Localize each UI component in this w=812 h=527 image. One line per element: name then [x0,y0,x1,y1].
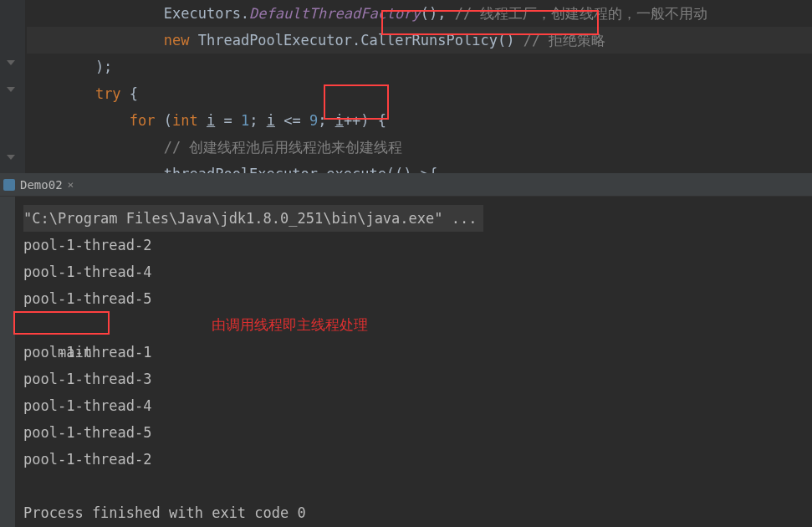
console-command-line: "C:\Program Files\Java\jdk1.8.0_251\bin\… [23,205,812,232]
tab-label[interactable]: Demo02 [20,178,63,192]
console-line: pool-1-thread-1 [23,339,812,366]
code-line: Executors.DefaultThreadFactory(), // 线程工… [27,0,812,27]
code-content[interactable]: Executors.DefaultThreadFactory(), // 线程工… [0,0,812,173]
console-left-margin [0,197,15,527]
console-tab-bar: Demo02 × [0,173,812,197]
code-line: for (int i = 1; i <= 9; i++) { [27,107,812,134]
code-line: threadPoolExecutor.execute(()->{ [27,161,812,173]
console-line: pool-1-thread-5 [23,419,812,446]
code-line: new ThreadPoolExecutor.CallerRunsPolicy(… [27,27,812,54]
fold-icon[interactable] [7,155,18,166]
close-icon[interactable]: × [68,178,74,191]
editor-gutter [0,0,25,173]
console-line: pool-1-thread-4 [23,258,812,285]
code-line: ); [27,54,812,80]
console-line: pool-1-thread-2 [23,232,812,258]
fold-icon[interactable] [7,87,18,99]
console-blank-line [23,473,812,499]
console-output[interactable]: "C:\Program Files\Java\jdk1.8.0_251\bin\… [0,197,812,526]
fold-icon[interactable] [7,60,18,72]
console-line: pool-1-thread-5 [23,285,812,312]
console-exit-line: Process finished with exit code 0 [23,499,812,526]
console-line-main: main 由调用线程即主线程处理 [23,312,812,339]
console-line: pool-1-thread-2 [23,446,812,473]
code-line: // 创建线程池后用线程池来创建线程 [27,134,812,161]
console-line: pool-1-thread-4 [23,392,812,419]
code-editor[interactable]: Executors.DefaultThreadFactory(), // 线程工… [0,0,812,173]
run-config-icon [3,179,15,191]
annotation-label: 由调用线程即主线程处理 [212,312,368,339]
console-line: pool-1-thread-3 [23,366,812,392]
code-line: try { [27,80,812,107]
